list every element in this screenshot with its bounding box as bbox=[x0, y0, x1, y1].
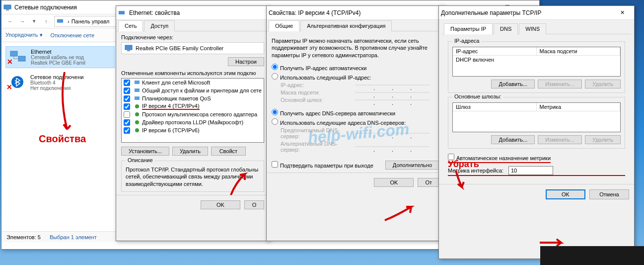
component-item[interactable]: Протокол мультиплексора сетевого адаптер… bbox=[122, 110, 264, 118]
col-gateway: Шлюз bbox=[453, 103, 537, 111]
back-button[interactable]: ← bbox=[5, 16, 16, 27]
connect-via-label: Подключение через: bbox=[121, 34, 264, 40]
tab-access[interactable]: Доступ bbox=[144, 20, 175, 31]
advanced-tcpip-dialog: Дополнительные параметры TCP/IP ✕ Параме… bbox=[438, 5, 635, 259]
cancel-button[interactable]: От bbox=[418, 178, 439, 187]
component-checkbox[interactable] bbox=[124, 103, 130, 110]
tab-ip-settings[interactable]: Параметры IP bbox=[444, 23, 493, 34]
component-checkbox[interactable] bbox=[124, 80, 130, 86]
radio-manual-ip[interactable]: Использовать следующий IP-адрес: bbox=[272, 75, 371, 81]
install-button[interactable]: Установить... bbox=[121, 147, 169, 156]
bluetooth-adapter-icon: ✕ bbox=[7, 74, 27, 90]
auto-metric-checkbox[interactable]: Автоматическое назначение метрики bbox=[448, 155, 551, 163]
gateways-group: Основные шлюзы: bbox=[452, 93, 503, 99]
component-checkbox[interactable] bbox=[124, 127, 130, 134]
tab-alternate[interactable]: Альтернативная конфигурация bbox=[300, 20, 392, 31]
component-item[interactable]: Общий доступ к файлам и принтерам для се… bbox=[122, 87, 264, 94]
protocol-icon bbox=[134, 119, 141, 126]
tab-wins[interactable]: WINS bbox=[519, 23, 546, 34]
adapter-name: Сетевое подключени bbox=[30, 74, 83, 80]
tab-strip: Параметры IP DNS WINS bbox=[442, 23, 631, 34]
close-button[interactable]: ✕ bbox=[612, 6, 632, 19]
recent-dropdown[interactable]: ▾ bbox=[29, 16, 40, 27]
component-item[interactable]: Клиент для сетей Microsoft bbox=[122, 79, 264, 87]
advanced-button[interactable]: Дополнительно bbox=[385, 161, 439, 170]
edit-button: Изменить... bbox=[538, 80, 582, 88]
protocol-icon bbox=[134, 103, 141, 110]
radio-auto-dns[interactable]: Получить адрес DNS-сервера автоматически bbox=[272, 110, 395, 116]
item-count: Элементов: 5 bbox=[6, 234, 41, 240]
gateway-label: Основной шлюз: bbox=[281, 97, 355, 103]
forward-button[interactable]: → bbox=[17, 16, 28, 27]
tab-general[interactable]: Общие bbox=[269, 20, 299, 31]
ok-button[interactable]: OK bbox=[546, 189, 585, 199]
component-item[interactable]: IP версии 6 (TCP/IPv6) bbox=[122, 126, 264, 134]
add-button[interactable]: Добавить... bbox=[491, 80, 535, 88]
ip-addresses-list[interactable]: IP-адресМаска подсети DHCP включен bbox=[452, 47, 621, 77]
adapter-display: Realtek PCIe GBE Family Controller bbox=[121, 42, 264, 54]
disable-device-button[interactable]: Отключение сете bbox=[51, 32, 94, 38]
radio-manual-dns[interactable]: Использовать следующие адреса DNS-сервер… bbox=[272, 120, 406, 126]
qos-icon bbox=[134, 95, 141, 102]
add-button[interactable]: Добавить... bbox=[491, 135, 535, 144]
svg-rect-7 bbox=[125, 45, 132, 50]
ethernet-icon bbox=[118, 9, 126, 17]
svg-rect-9 bbox=[135, 81, 140, 84]
dialog-title: Дополнительные параметры TCP/IP bbox=[441, 9, 612, 16]
description-text: Протокол TCP/IP. Стандартный протокол гл… bbox=[126, 166, 260, 187]
svg-point-12 bbox=[135, 104, 139, 108]
svg-point-14 bbox=[135, 120, 139, 124]
intro-text: Параметры IP можно назначать автоматичес… bbox=[272, 37, 439, 59]
svg-rect-8 bbox=[127, 50, 130, 51]
properties-button[interactable]: Свойст bbox=[211, 147, 246, 156]
ok-button[interactable]: OK bbox=[374, 178, 414, 187]
tab-network[interactable]: Сеть bbox=[118, 20, 143, 31]
interface-metric-input[interactable] bbox=[508, 166, 553, 175]
gateways-list[interactable]: ШлюзМетрика bbox=[452, 102, 621, 132]
dialog-title: Свойства: IP версии 4 (TCP/IPv4) bbox=[269, 9, 442, 16]
protocol-icon bbox=[134, 127, 141, 134]
selection-count: Выбран 1 элемент bbox=[50, 234, 97, 240]
list-row[interactable]: DHCP включен bbox=[453, 56, 620, 64]
interface-metric-label: Метрика интерфейса: bbox=[448, 168, 503, 174]
titlebar: Свойства: IP версии 4 (TCP/IPv4) bbox=[267, 6, 444, 20]
component-checkbox[interactable] bbox=[124, 95, 130, 102]
validate-checkbox[interactable]: Подтвердить параметры при выходе bbox=[272, 161, 373, 169]
configure-button[interactable]: Настрои bbox=[228, 57, 264, 66]
ethernet-adapter-icon: ✕ bbox=[8, 49, 28, 65]
tab-strip: Сеть Доступ bbox=[116, 20, 269, 31]
ip-addresses-group: IP-адреса bbox=[452, 38, 481, 44]
component-checkbox[interactable] bbox=[124, 111, 130, 118]
adapter-bluetooth[interactable]: ✕ Сетевое подключени Bluetooth 4 Нет под… bbox=[5, 72, 115, 93]
col-ip: IP-адрес bbox=[453, 47, 537, 55]
cancel-button[interactable]: О bbox=[244, 200, 264, 209]
component-item[interactable]: Планировщик пакетов QoS bbox=[122, 94, 264, 102]
network-icon bbox=[3, 3, 11, 11]
tab-dns[interactable]: DNS bbox=[494, 23, 518, 34]
components-list[interactable]: Клиент для сетей Microsoft Общий доступ … bbox=[121, 78, 264, 143]
subnet-mask-label: Маска подсети: bbox=[281, 89, 355, 95]
preferred-dns-label: Предпочитаемый DNS-сервер: bbox=[281, 127, 355, 139]
col-mask: Маска подсети bbox=[537, 47, 621, 55]
svg-rect-1 bbox=[6, 9, 9, 10]
organize-menu[interactable]: Упорядочить ▾ bbox=[5, 32, 43, 38]
component-item[interactable]: Драйвер протокола LLDP (Майкрософт) bbox=[122, 118, 264, 126]
taskbar[interactable] bbox=[540, 246, 644, 265]
svg-rect-4 bbox=[18, 56, 25, 61]
radio-auto-ip[interactable]: Получить IP-адрес автоматически bbox=[272, 65, 366, 71]
component-checkbox[interactable] bbox=[124, 119, 130, 126]
component-item-ipv4[interactable]: IP версии 4 (TCP/IPv4) bbox=[122, 102, 264, 110]
svg-rect-3 bbox=[10, 51, 17, 56]
svg-point-15 bbox=[135, 128, 139, 132]
cancel-button[interactable]: Отмена bbox=[589, 189, 629, 199]
component-checkbox[interactable] bbox=[124, 88, 130, 94]
ok-button[interactable]: OK bbox=[201, 200, 240, 209]
adapter-ethernet[interactable]: ✕ Ethernet Сетевой кабель не под Realtek… bbox=[5, 46, 115, 68]
edit-button: Изменить... bbox=[538, 135, 582, 144]
alternate-dns-input bbox=[355, 146, 429, 147]
up-button[interactable]: ↑ bbox=[41, 16, 52, 27]
subnet-mask-input bbox=[355, 92, 429, 93]
uninstall-button[interactable]: Удалить bbox=[172, 147, 208, 156]
titlebar: Дополнительные параметры TCP/IP ✕ bbox=[439, 6, 634, 20]
error-status-icon: ✕ bbox=[6, 83, 12, 91]
